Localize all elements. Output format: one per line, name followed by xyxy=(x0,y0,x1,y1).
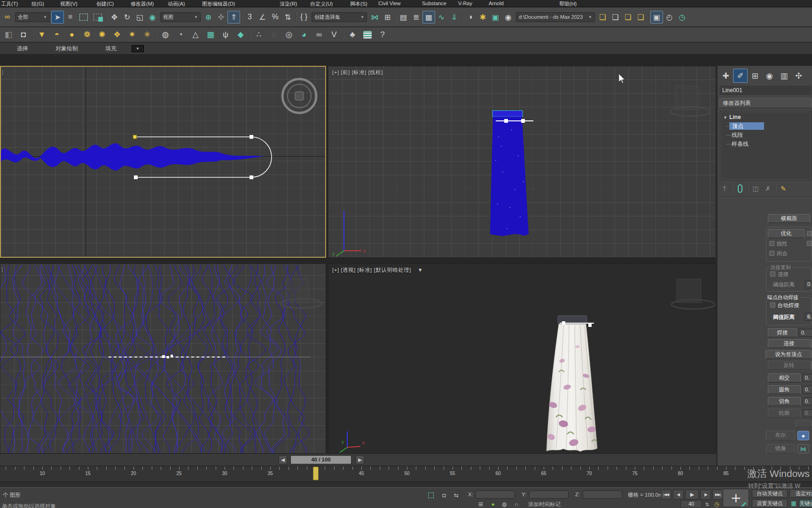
ghost-sphere-icon[interactable]: ◌ xyxy=(266,29,281,41)
stack-item-vertex[interactable]: ┄顶点 xyxy=(720,122,811,131)
mirror-tool-icon[interactable]: ⋈ xyxy=(368,11,381,24)
ribbon-minimize-button[interactable]: ▼ xyxy=(132,45,144,52)
modifier-stack[interactable]: ▼Line ┄顶点 ┄┄线段 ┄┄样条线 xyxy=(720,111,812,180)
refine-button[interactable]: 优化 xyxy=(768,229,804,238)
fillet-button[interactable]: 圆角 xyxy=(768,385,801,394)
vray-icon[interactable]: V xyxy=(327,29,342,41)
boolean-union-icon[interactable]: ● xyxy=(797,431,809,440)
menu-item[interactable]: 自定义(U) xyxy=(310,0,333,8)
ribbon-tab-选择[interactable]: 选择 xyxy=(17,45,28,52)
boolean-button[interactable]: 布尔 xyxy=(766,431,795,441)
help-icon[interactable]: ? xyxy=(375,29,390,41)
motion-tab-icon[interactable]: ◉ xyxy=(762,69,777,83)
select-rotate-icon[interactable]: ↻ xyxy=(121,11,133,24)
splat-icon[interactable]: ✺ xyxy=(94,29,109,41)
pin-stack-icon[interactable]: † xyxy=(718,183,731,194)
use-pivot-center-icon[interactable]: ⊕ xyxy=(202,11,215,24)
threshold-value[interactable]: 0. xyxy=(805,280,812,288)
particles-icon[interactable]: ∴ xyxy=(251,29,266,41)
set-key-button[interactable]: 设置关键点 xyxy=(752,499,788,508)
isolate-selection-icon[interactable] xyxy=(427,492,435,499)
transform-typein-icon[interactable]: ⇆ xyxy=(452,492,461,499)
viewport-bottom-left[interactable]: ] xyxy=(0,263,326,453)
weld-button[interactable]: 焊接 xyxy=(768,328,797,337)
menu-item[interactable]: Substance xyxy=(422,0,446,6)
fire-icon[interactable]: ◆ xyxy=(233,29,248,41)
menu-item[interactable]: 渲染(R) xyxy=(280,0,297,8)
key-filters-icon[interactable]: ▦ xyxy=(789,500,798,507)
key-filters-button[interactable]: 关键点过滤器 xyxy=(799,499,812,508)
display-tab-icon[interactable]: ▥ xyxy=(777,69,791,83)
named-selection-icon[interactable]: { } xyxy=(297,11,310,24)
fillet-value[interactable]: 0. xyxy=(803,386,812,394)
links-icon[interactable]: ∞ xyxy=(312,29,327,41)
open-folder-icon[interactable]: ❏ xyxy=(609,11,622,24)
viewport-bottom-right[interactable]: [+] [透视] [标准] [默认明暗处理] ▼ xyxy=(328,263,716,453)
frame-forward-button[interactable]: ▶ xyxy=(356,455,364,464)
schematic-view-icon[interactable]: ⇓ xyxy=(448,11,461,24)
stack-item-spline[interactable]: ┄┄样条线 xyxy=(720,140,811,149)
bee-icon[interactable]: ❖ xyxy=(109,29,125,41)
menu-item[interactable]: 工具(T) xyxy=(1,0,18,8)
menu-item[interactable]: 创建(C) xyxy=(96,0,114,8)
closed-checkbox[interactable] xyxy=(769,251,774,256)
save-plus-icon[interactable]: ❏ xyxy=(634,11,647,24)
curve-editor-icon[interactable]: ∿ xyxy=(435,11,448,24)
render-production-icon[interactable]: ◉ xyxy=(502,11,515,24)
menu-item[interactable]: 组(G) xyxy=(31,0,44,8)
tree-icon[interactable]: ♣ xyxy=(345,29,360,41)
weld-value[interactable]: 0. xyxy=(799,329,812,337)
prev-frame-icon[interactable]: ◀| xyxy=(673,490,684,500)
sphere-slice-icon[interactable]: ◔ xyxy=(173,29,188,41)
undo-scene-icon[interactable]: ❏ xyxy=(596,11,609,24)
refine-connect-checkbox[interactable] xyxy=(807,231,812,236)
lens-icon[interactable]: ◎ xyxy=(281,29,297,41)
time-slider-handle[interactable]: 40 / 100 xyxy=(290,455,351,464)
utilities-tab-icon[interactable]: ✣ xyxy=(791,69,806,83)
angle-snap-icon[interactable]: ∠ xyxy=(256,11,269,24)
go-end-icon[interactable]: ▶▶| xyxy=(712,490,723,500)
viewport-label[interactable]: [+] [透视] [标准] [默认明暗处理] ▼ xyxy=(332,267,423,274)
grass-icon[interactable]: ψ xyxy=(218,29,233,41)
save-increment-icon[interactable]: ❏ xyxy=(622,11,634,24)
chevron-down-icon[interactable]: ▼ xyxy=(723,115,727,120)
configure-modifier-icon[interactable]: ✎ xyxy=(777,183,789,194)
polysphere-icon[interactable]: ◍ xyxy=(158,29,173,41)
keyboard-override-icon[interactable]: ⇑ xyxy=(227,11,240,24)
viewport-top-left[interactable]: ] xyxy=(0,66,326,258)
bind-first-checkbox[interactable] xyxy=(807,241,812,246)
degradation-icon[interactable]: ◍ xyxy=(500,500,508,508)
viewport-label-fragment[interactable]: ] xyxy=(2,70,4,75)
stack-root-row[interactable]: ▼Line xyxy=(720,113,811,122)
sphere-icon[interactable]: ● xyxy=(64,29,79,41)
track-bar-ruler[interactable]: 10152025303540455055606570758085 xyxy=(0,466,812,482)
menu-item[interactable]: 图形编辑器(D) xyxy=(202,0,235,8)
menu-item[interactable]: 修改器(M) xyxy=(131,0,154,8)
notes-icon[interactable] xyxy=(363,31,372,39)
go-start-icon[interactable]: |◀◀ xyxy=(661,490,671,500)
pyramid-icon[interactable]: △ xyxy=(188,29,203,41)
modifier-list-dropdown[interactable]: 修改器列表 xyxy=(719,98,812,108)
snap-toggle-3d-icon[interactable]: 3 xyxy=(243,11,256,24)
menu-item[interactable]: 脚本(S) xyxy=(350,0,367,8)
remove-modifier-icon[interactable]: ✗ xyxy=(762,183,774,194)
rect-selection-region-icon[interactable] xyxy=(79,14,88,21)
menu-item[interactable]: V-Ray xyxy=(458,0,472,6)
sun-icon[interactable]: ✷ xyxy=(125,29,140,41)
next-frame-icon[interactable]: |▶ xyxy=(700,490,711,500)
named-sets-dropdown[interactable]: 创建选择集 ▼ xyxy=(312,12,367,22)
rendered-frame-icon[interactable]: ▣ xyxy=(489,11,502,24)
menu-item[interactable]: 视图(V) xyxy=(60,0,78,8)
make-unique-icon[interactable]: ◫ xyxy=(750,183,762,194)
center-button[interactable] xyxy=(796,420,812,428)
show-end-result-icon[interactable] xyxy=(738,184,742,193)
current-frame-marker[interactable] xyxy=(313,467,319,480)
percent-snap-icon[interactable]: % xyxy=(269,11,281,24)
ribbon-tab-填充[interactable]: 填充 xyxy=(105,45,117,52)
autosave-icon[interactable]: ▣ xyxy=(650,11,663,24)
cross-insert-value[interactable]: 0. xyxy=(803,374,812,382)
modify-tab-icon[interactable]: ✐ xyxy=(733,69,748,83)
frame-back-button[interactable]: ◀ xyxy=(279,455,287,464)
cross-section-button[interactable]: 横截面 xyxy=(768,214,810,223)
clock-history-icon[interactable]: ◷ xyxy=(676,11,688,24)
